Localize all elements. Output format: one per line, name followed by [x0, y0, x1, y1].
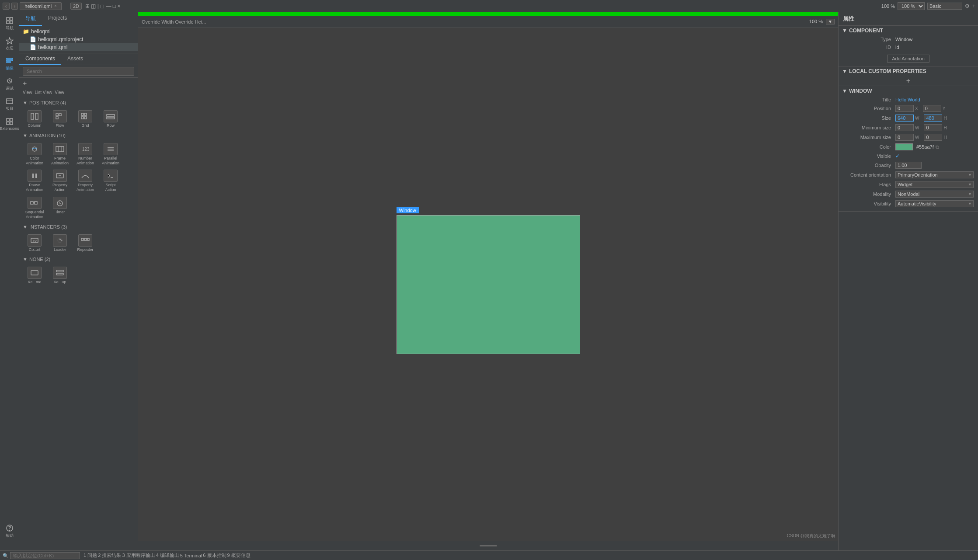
comp-tab-components[interactable]: Components [19, 53, 61, 65]
sidebar-item-debug[interactable]: 调试 [1, 74, 18, 94]
view-btn-0[interactable]: View [23, 90, 32, 95]
back-button[interactable]: ‹ [3, 3, 10, 10]
title-value[interactable]: Hello World [895, 97, 974, 102]
sidebar-debug-label: 调试 [6, 86, 14, 91]
view-btn-1[interactable]: List View [35, 90, 52, 95]
animation-section-header[interactable]: ▼ ANIMATION (10) [19, 131, 138, 140]
max-w-input[interactable] [895, 134, 914, 141]
style-input[interactable] [927, 3, 962, 10]
comp-flow[interactable]: Flow [48, 109, 72, 129]
position-y-input[interactable] [923, 105, 941, 112]
comp-timer[interactable]: Timer [48, 195, 72, 221]
file-tab[interactable]: helloqml.qml × [20, 2, 62, 10]
y-label: Y [943, 106, 946, 111]
component-section-header[interactable]: ▼ COMPONENT [839, 26, 978, 35]
close-tab-icon[interactable]: × [54, 3, 57, 8]
visibility-select[interactable]: AutomaticVisibility [895, 200, 974, 207]
size-h-input[interactable] [924, 115, 942, 122]
bottom-item-0[interactable]: 1 问题 [84, 552, 97, 559]
comp-grid-item[interactable]: Grid [73, 109, 97, 129]
settings-icon[interactable]: ⚙ [965, 3, 970, 9]
position-x-input[interactable] [895, 105, 914, 112]
add-component-icon[interactable]: + [23, 80, 27, 87]
none-arrow: ▼ [23, 257, 28, 262]
comp-keyframe-group[interactable]: Ke...up [48, 265, 72, 286]
flags-dropdown-wrapper: Widget ▼ [895, 181, 974, 188]
comp-tab-assets[interactable]: Assets [61, 53, 89, 65]
bottom-item-4[interactable]: 5 Terminal [180, 553, 202, 558]
window-box [397, 215, 580, 354]
canvas-zoom-dropdown[interactable]: ▼ [826, 19, 835, 24]
add-icon-top[interactable]: + [972, 3, 975, 9]
sidebar-item-project[interactable]: 项目 [1, 94, 18, 114]
bottom-item-1[interactable]: 2 搜索结果 [98, 552, 121, 559]
comp-repeater[interactable]: Repeater [73, 233, 97, 254]
2d-view-button[interactable]: 2D [70, 3, 82, 10]
tab-nav[interactable]: 导航 [19, 12, 42, 26]
bottom-item-2[interactable]: 3 应用程序输出 [122, 552, 155, 559]
forward-button[interactable]: › [11, 3, 18, 10]
tab-projects[interactable]: Projects [42, 12, 73, 26]
file-tree-root[interactable]: 📁 helloqml [19, 28, 138, 35]
sidebar-item-edit[interactable]: 编辑 [1, 54, 18, 73]
prop-color-row: Color #55aa7f ⧉ [839, 142, 978, 152]
window-component[interactable]: Window [397, 215, 580, 354]
prop-id-row: ID id [839, 43, 978, 51]
svg-rect-21 [81, 117, 84, 119]
comp-color-anim[interactable]: Color Animation [23, 142, 46, 167]
modality-select[interactable]: NonModal [895, 191, 974, 198]
comp-loader[interactable]: Loader [48, 233, 72, 254]
file-tree-root-label: helloqml [31, 28, 51, 35]
zoom-select[interactable]: 100 % [898, 2, 925, 10]
max-h-input[interactable] [924, 134, 942, 141]
none-section-header[interactable]: ▼ NONE (2) [19, 255, 138, 264]
min-w-input[interactable] [895, 124, 914, 131]
comp-prop-anim2[interactable]: Property Animation [73, 168, 97, 194]
bottom-item-5[interactable]: 6 版本控制 [203, 552, 226, 559]
file-tree-item-0[interactable]: 📄 helloqml.qmlproject [19, 35, 138, 43]
bottom-item-6[interactable]: 9 概要信息 [227, 552, 251, 559]
canvas-area: Override Width Override Hei... 100 % ▼ W… [138, 12, 838, 550]
opacity-input[interactable] [895, 162, 922, 169]
copy-color-icon[interactable]: ⧉ [936, 144, 939, 150]
instancers-section-header[interactable]: ▼ INSTANCERS (3) [19, 223, 138, 231]
file-tree-item-1[interactable]: 📄 helloqml.qml [19, 43, 138, 51]
svg-rect-28 [32, 174, 34, 178]
canvas-viewport[interactable]: Window CSDN @我真的太难了啊 [138, 28, 838, 541]
flags-select[interactable]: Widget [895, 181, 974, 188]
comp-frame-anim[interactable]: Frame Animation [48, 142, 72, 167]
comp-count[interactable]: Co.. Co...nt [23, 233, 46, 254]
min-h-input[interactable] [924, 124, 942, 131]
comp-keyframe[interactable]: Ke...me [23, 265, 46, 286]
toolbar-center: 2D ⊞ ◫ | ◻ — □ × [70, 3, 120, 10]
sidebar-item-nav[interactable]: 导航 [1, 14, 18, 33]
bottom-item-3[interactable]: 4 编译输出 [156, 552, 179, 559]
sidebar-item-welcome[interactable]: 欢迎 [1, 34, 18, 53]
positioner-section-header[interactable]: ▼ POSITIONER (4) [19, 98, 138, 107]
window-section-header[interactable]: ▼ WINDOW [839, 86, 978, 96]
comp-seq-anim[interactable]: Sequential Animation [23, 195, 46, 221]
local-custom-header[interactable]: ▼ LOCAL CUSTOM PROPERTIES [839, 66, 978, 76]
comp-script-action[interactable]: Script Action [99, 168, 122, 194]
sidebar-item-help[interactable]: 帮助 [1, 522, 18, 541]
search-input[interactable] [23, 67, 134, 76]
comp-column[interactable]: Column [23, 109, 46, 129]
add-local-property-button[interactable]: + [839, 76, 978, 86]
size-w-input[interactable] [895, 115, 914, 122]
content-orientation-select[interactable]: PrimaryOrientation [895, 171, 974, 178]
visible-check[interactable]: ✓ [895, 153, 900, 159]
color-swatch[interactable] [895, 143, 913, 150]
comp-number-anim[interactable]: 123 Number Animation [73, 142, 97, 167]
sidebar-item-extensions[interactable]: Extensions [1, 115, 18, 134]
comp-property-action[interactable]: Property Action [48, 168, 72, 194]
add-annotation-button[interactable]: Add Annotation [887, 55, 929, 63]
comp-pause-anim[interactable]: Pause Animation [23, 168, 46, 194]
flow-icon [53, 110, 67, 122]
property-action-icon [53, 170, 67, 182]
svg-rect-0 [7, 17, 9, 20]
comp-parallel-anim[interactable]: Parallel Animation [99, 142, 122, 167]
comp-row[interactable]: Row [99, 109, 122, 129]
view-btn-2[interactable]: View [55, 90, 64, 95]
svg-text:123: 123 [82, 147, 90, 152]
bottom-search-input[interactable] [10, 552, 80, 559]
